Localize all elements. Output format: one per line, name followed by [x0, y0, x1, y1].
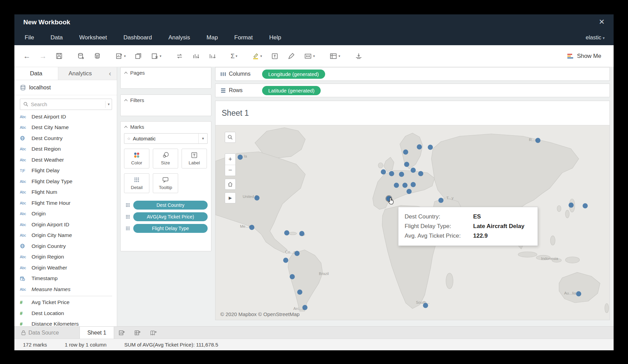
field-item[interactable]: Origin Country [14, 241, 117, 252]
show-cards-icon[interactable]: ▾ [329, 52, 340, 60]
map-mark[interactable] [535, 138, 540, 143]
field-item[interactable]: #Avg Ticket Price [14, 297, 117, 308]
field-item[interactable]: AbcOrigin City Name [14, 230, 117, 241]
undo-icon[interactable]: ← [23, 52, 30, 60]
tab-data-source[interactable]: Data Source [14, 327, 67, 339]
menu-item-analysis[interactable]: Analysis [168, 34, 190, 41]
map-mark[interactable] [423, 303, 428, 308]
map-mark[interactable] [381, 170, 386, 175]
new-story-tab-button[interactable] [146, 327, 161, 339]
map-pan-button[interactable]: ▶ [225, 192, 236, 203]
field-item[interactable]: AbcOrigin Region [14, 252, 117, 263]
show-labels-icon[interactable] [271, 52, 279, 60]
map-view[interactable]: laUnited SMe...oCo...aBrazilAlg...T...yR… [216, 125, 609, 320]
field-item[interactable]: AbcDest City Name [14, 122, 117, 133]
chevron-up-icon[interactable] [124, 126, 128, 128]
columns-shelf[interactable]: Columns Longitude (generated) [215, 67, 610, 81]
map-mark-hovered[interactable] [386, 196, 392, 201]
sort-descending-icon[interactable] [209, 52, 216, 60]
pill-longitude[interactable]: Longitude (generated) [262, 70, 325, 79]
new-worksheet-tab-button[interactable] [114, 327, 130, 339]
zoom-home-button[interactable] [225, 179, 236, 190]
field-item[interactable]: Timestamp [14, 273, 117, 284]
menu-item-file[interactable]: File [25, 34, 34, 41]
menu-item-format[interactable]: Format [234, 34, 253, 41]
map-mark[interactable] [238, 155, 243, 160]
totals-icon[interactable]: Σ▾ [231, 52, 237, 60]
map-mark[interactable] [569, 203, 574, 208]
field-item[interactable]: Dest Country [14, 133, 117, 144]
tab-analytics[interactable]: Analytics [58, 67, 102, 80]
map-mark[interactable] [394, 183, 399, 188]
pause-updates-icon[interactable] [94, 52, 101, 60]
menu-item-data[interactable]: Data [50, 34, 63, 41]
new-dashboard-tab-button[interactable] [130, 327, 146, 339]
rows-shelf[interactable]: Rows Latitude (generated) [215, 84, 610, 97]
user-menu[interactable]: elastic▾ [586, 35, 605, 41]
duplicate-icon[interactable] [135, 52, 142, 60]
map-mark[interactable] [418, 171, 423, 176]
map-mark[interactable] [299, 231, 304, 236]
map-mark[interactable] [249, 225, 254, 230]
menu-item-worksheet[interactable]: Worksheet [79, 34, 107, 41]
menu-item-dashboard[interactable]: Dashboard [123, 34, 152, 41]
detail-button[interactable]: Detail [124, 173, 149, 193]
field-item[interactable]: AbcOrigin Weather [14, 262, 117, 273]
map-mark[interactable] [411, 182, 416, 187]
zoom-in-button[interactable]: + [225, 154, 235, 165]
field-item[interactable]: AbcOrigin Airport ID [14, 219, 117, 230]
new-data-source-icon[interactable] [77, 52, 85, 60]
chevron-up-icon[interactable] [124, 72, 128, 74]
map-mark[interactable] [428, 145, 433, 150]
field-item[interactable]: AbcFlight Delay Type [14, 176, 117, 187]
pill-latitude[interactable]: Latitude (generated) [262, 86, 321, 95]
color-button[interactable]: Color [124, 149, 149, 168]
field-item[interactable]: AbcDest Region [14, 144, 117, 155]
marks-pill[interactable]: Flight Delay Type [133, 224, 208, 233]
collapse-pane-icon[interactable]: ‹ [103, 67, 117, 80]
map-mark[interactable] [403, 183, 408, 188]
tab-sheet-1[interactable]: Sheet 1 [79, 327, 114, 339]
presentation-icon[interactable] [355, 52, 363, 60]
map-mark[interactable] [404, 162, 409, 167]
map-mark[interactable] [297, 290, 303, 295]
show-me-button[interactable]: Show Me [567, 53, 601, 60]
mark-type-dropdown[interactable]: ○ Automatic ▾ [124, 133, 208, 144]
map-mark[interactable] [283, 258, 288, 263]
map-mark[interactable] [582, 203, 588, 208]
map-mark[interactable] [290, 274, 295, 279]
field-item[interactable]: AbcFlight Num [14, 187, 117, 198]
map-search-button[interactable] [225, 132, 236, 143]
map-mark[interactable] [303, 305, 308, 310]
save-icon[interactable] [56, 52, 63, 60]
search-options-icon[interactable]: ▾ [108, 102, 110, 106]
map-mark[interactable] [399, 172, 404, 177]
new-worksheet-icon[interactable]: ▾ [115, 52, 126, 60]
label-button[interactable]: Label [182, 149, 207, 168]
sort-ascending-icon[interactable] [192, 52, 200, 60]
map-mark[interactable] [417, 145, 422, 150]
size-button[interactable]: Size [153, 149, 178, 168]
tab-data[interactable]: Data [14, 67, 58, 80]
field-item[interactable]: AbcOrigin [14, 209, 117, 219]
menu-item-map[interactable]: Map [207, 34, 218, 41]
chevron-up-icon[interactable] [124, 99, 128, 101]
map-mark[interactable] [284, 230, 290, 235]
redo-icon[interactable]: → [39, 52, 47, 60]
map-mark[interactable] [389, 171, 394, 176]
search-input[interactable] [31, 101, 105, 107]
field-item[interactable]: T|FFlight Delay [14, 165, 117, 176]
field-item[interactable]: AbcDest Airport ID [14, 111, 117, 122]
field-item[interactable]: AbcDest Weather [14, 154, 117, 165]
field-item[interactable]: #Dest Location [14, 308, 117, 319]
marks-pill[interactable]: Dest Country [133, 201, 208, 210]
data-source-connection[interactable]: localhost [14, 80, 117, 95]
swap-axes-icon[interactable] [176, 52, 183, 60]
map-mark[interactable] [438, 198, 443, 203]
highlight-icon[interactable]: ▾ [252, 52, 262, 60]
menu-item-help[interactable]: Help [269, 34, 281, 41]
map-mark[interactable] [576, 291, 581, 297]
fit-icon[interactable]: ▾ [304, 52, 315, 60]
map-mark[interactable] [403, 150, 408, 155]
marks-pill[interactable]: AVG(Avg Ticket Price) [133, 212, 208, 221]
